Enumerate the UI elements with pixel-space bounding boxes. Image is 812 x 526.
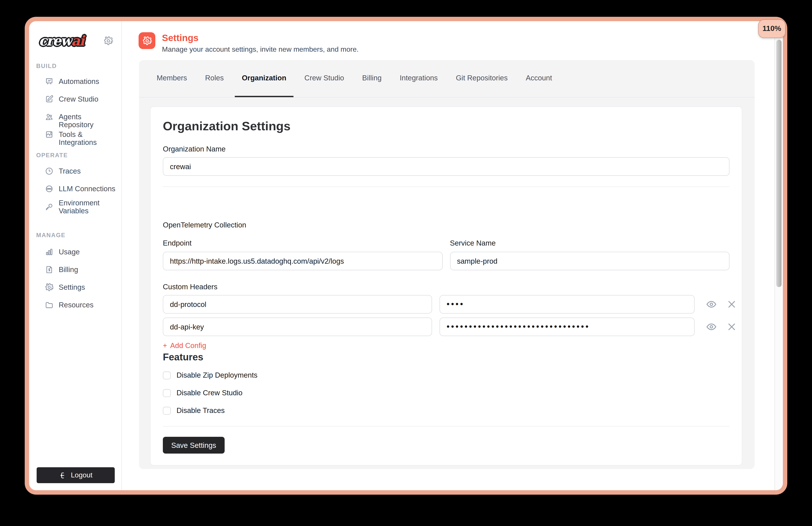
checkbox-label: Disable Traces — [176, 406, 224, 415]
gear-icon[interactable] — [104, 36, 113, 45]
opentelemetry-label: OpenTelemetry Collection — [163, 221, 729, 229]
settings-tile — [139, 32, 155, 49]
sidebar-item-label: Billing — [59, 266, 78, 273]
sidebar-item-traces[interactable]: Traces — [45, 167, 116, 175]
presentation-chart-icon — [45, 77, 54, 86]
page-header: Settings Manage your account settings, i… — [139, 32, 359, 54]
tab-billing[interactable]: Billing — [355, 60, 389, 97]
crewai-logo[interactable]: crewai — [39, 33, 84, 48]
endpoint-label: Endpoint — [163, 239, 443, 247]
browser-zoom-badge: 110% — [758, 19, 785, 38]
plus-icon: + — [163, 341, 167, 350]
tab-integrations[interactable]: Integrations — [393, 60, 445, 97]
gear-icon — [142, 36, 151, 45]
header-value-input[interactable]: •••• — [439, 295, 695, 314]
sidebar-item-label: Tools & Integrations — [59, 130, 116, 146]
sidebar-item-label: Resources — [59, 301, 93, 309]
sidebar-item-agents-repository[interactable]: Agents Repository — [45, 113, 116, 129]
logout-label: Logout — [71, 471, 92, 479]
card-title: Organization Settings — [163, 119, 729, 134]
sidebar-section-build: BUILD — [36, 63, 57, 69]
custom-headers-label: Custom Headers — [163, 282, 729, 291]
features-title: Features — [163, 352, 729, 363]
service-name-input[interactable] — [450, 252, 729, 270]
invoice-icon — [45, 266, 54, 274]
sidebar-item-label: Traces — [59, 167, 81, 175]
endpoint-input[interactable] — [163, 252, 443, 270]
sidebar-item-crew-studio[interactable]: Crew Studio — [45, 95, 116, 103]
service-name-label: Service Name — [450, 239, 729, 247]
checkbox[interactable] — [163, 371, 171, 379]
sidebar-item-label: Usage — [59, 248, 79, 256]
sidebar-section-manage: MANAGE — [36, 232, 66, 239]
checkbox-label: Disable Zip Deployments — [176, 371, 258, 379]
tab-organization[interactable]: Organization — [235, 60, 293, 97]
sidebar-item-label: LLM Connections — [59, 185, 115, 193]
sidebar-section-operate: OPERATE — [36, 152, 68, 158]
users-icon — [45, 113, 54, 121]
tab-bar: Members Roles Organization Crew Studio B… — [139, 60, 755, 98]
logout-icon — [59, 471, 67, 479]
feature-row-disable-crew-studio[interactable]: Disable Crew Studio — [163, 389, 729, 397]
sphere-icon — [45, 185, 54, 193]
footer-divider — [163, 426, 729, 427]
scrollbar-thumb[interactable] — [776, 40, 782, 287]
header-key-input[interactable] — [163, 317, 432, 336]
sidebar-item-label: Environment Variables — [59, 199, 116, 215]
edit-icon — [45, 95, 54, 103]
scrollbar-track[interactable] — [774, 21, 783, 490]
sidebar-item-resources[interactable]: Resources — [45, 301, 116, 309]
screen: 110% crewai BUILD Automations Crew Studi… — [0, 0, 812, 526]
tab-members[interactable]: Members — [149, 60, 194, 97]
sidebar-item-llm-connections[interactable]: LLM Connections — [45, 185, 116, 193]
sidebar: crewai BUILD Automations Crew Studio Age… — [29, 21, 122, 490]
organization-name-input[interactable] — [163, 157, 729, 176]
sidebar-item-label: Automations — [59, 77, 99, 85]
sidebar-item-label: Settings — [59, 283, 85, 291]
sidebar-item-environment-variables[interactable]: Environment Variables — [45, 199, 116, 215]
app-window: 110% crewai BUILD Automations Crew Studi… — [25, 17, 787, 495]
tab-crew-studio[interactable]: Crew Studio — [298, 60, 351, 97]
close-icon[interactable] — [726, 299, 737, 310]
close-icon[interactable] — [726, 322, 737, 332]
tab-roles[interactable]: Roles — [198, 60, 231, 97]
sidebar-item-label: Agents Repository — [59, 113, 116, 129]
sidebar-item-usage[interactable]: Usage — [45, 248, 116, 256]
save-settings-button[interactable]: Save Settings — [163, 437, 224, 454]
organization-name-label: Organization Name — [163, 144, 729, 153]
checkbox[interactable] — [163, 389, 171, 397]
sidebar-item-billing[interactable]: Billing — [45, 266, 116, 274]
section-divider — [163, 186, 729, 187]
page-title: Settings — [162, 33, 359, 43]
tab-account[interactable]: Account — [519, 60, 559, 97]
eye-icon[interactable] — [706, 322, 717, 332]
logout-button[interactable]: Logout — [37, 467, 115, 483]
feature-row-disable-zip[interactable]: Disable Zip Deployments — [163, 371, 729, 379]
checkbox-label: Disable Crew Studio — [176, 389, 243, 397]
feature-row-disable-traces[interactable]: Disable Traces — [163, 406, 729, 415]
folder-icon — [45, 301, 54, 309]
page-subtitle: Manage your account settings, invite new… — [162, 45, 359, 54]
header-value-input[interactable]: •••••••••••••••••••••••••••••••• — [439, 317, 695, 336]
custom-header-row: •••• — [163, 295, 729, 314]
gear-icon — [45, 283, 54, 292]
add-config-button[interactable]: +Add Config — [163, 341, 206, 350]
clock-icon — [45, 167, 54, 175]
sidebar-item-tools-integrations[interactable]: Tools & Integrations — [45, 130, 116, 146]
organization-settings-card: Organization Settings Organization Name … — [150, 106, 742, 466]
bar-chart-icon — [45, 248, 54, 256]
eye-icon[interactable] — [706, 299, 717, 310]
tab-git-repositories[interactable]: Git Repositories — [449, 60, 515, 97]
sidebar-item-automations[interactable]: Automations — [45, 77, 116, 86]
checkbox[interactable] — [163, 407, 171, 414]
sidebar-item-settings[interactable]: Settings — [45, 283, 116, 292]
custom-header-row: •••••••••••••••••••••••••••••••• — [163, 317, 729, 336]
sidebar-item-label: Crew Studio — [59, 95, 98, 103]
header-key-input[interactable] — [163, 295, 432, 314]
settings-panel: Members Roles Organization Crew Studio B… — [139, 60, 755, 469]
key-icon — [45, 203, 54, 211]
image-icon — [45, 130, 54, 139]
